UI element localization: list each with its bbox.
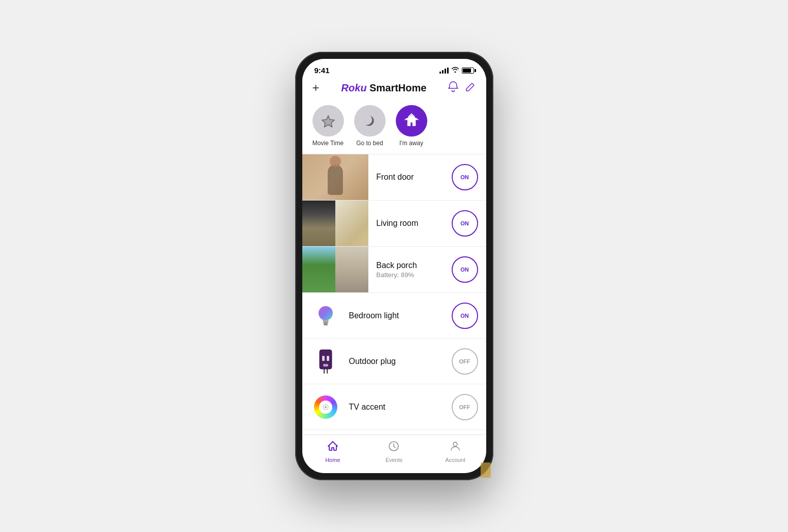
svg-rect-6 xyxy=(322,356,325,361)
device-row-back-porch[interactable]: Back porch Battery: 89% ON xyxy=(302,247,486,293)
device-row-tv-accent[interactable]: TV accent OFF xyxy=(302,384,486,430)
bottom-nav: Home Events Account xyxy=(302,435,486,473)
tv-inner-icon xyxy=(322,404,329,411)
outdoor-plug-toggle[interactable]: OFF xyxy=(452,348,478,375)
nav-action-icons xyxy=(448,81,476,95)
scene-away-circle xyxy=(396,105,427,137)
scene-away-label: I'm away xyxy=(399,140,423,147)
nav-home[interactable]: Home xyxy=(318,440,348,463)
top-nav: + Roku SmartHome xyxy=(302,77,486,100)
tv-accent-info: TV accent xyxy=(341,403,452,412)
front-door-info: Front door xyxy=(368,173,452,182)
living-room-toggle[interactable]: ON xyxy=(452,210,478,237)
events-nav-label: Events xyxy=(386,457,403,463)
nav-account[interactable]: Account xyxy=(440,440,470,463)
svg-point-10 xyxy=(325,406,327,408)
front-door-toggle[interactable]: ON xyxy=(452,164,478,190)
back-porch-battery: Battery: 89% xyxy=(376,271,447,279)
phone-screen: 9:41 xyxy=(302,59,486,473)
scene-bed-label: Go to bed xyxy=(356,140,383,147)
account-nav-icon xyxy=(449,440,461,455)
status-time: 9:41 xyxy=(314,66,330,75)
tv-accent-icon-wrap xyxy=(310,395,341,419)
svg-rect-2 xyxy=(323,320,329,322)
outdoor-plug-icon-wrap xyxy=(310,349,341,374)
back-porch-name: Back porch xyxy=(376,261,447,270)
bedroom-light-info: Bedroom light xyxy=(341,311,452,320)
svg-marker-0 xyxy=(322,116,334,127)
front-door-camera xyxy=(302,154,368,200)
home-nav-icon xyxy=(327,440,339,455)
tv-accent-name: TV accent xyxy=(349,403,447,412)
scene-bed-circle xyxy=(354,105,386,137)
bedroom-light-icon-wrap xyxy=(310,302,341,329)
device-row-living-room[interactable]: Living room ON xyxy=(302,201,486,247)
svg-rect-7 xyxy=(327,356,329,361)
app-title: Roku SmartHome xyxy=(341,82,427,94)
bedroom-light-toggle[interactable]: ON xyxy=(452,303,478,329)
back-porch-info: Back porch Battery: 89% xyxy=(368,261,452,279)
phone-frame: 9:41 xyxy=(295,52,493,480)
status-icons xyxy=(439,66,474,74)
back-porch-toggle[interactable]: ON xyxy=(452,256,478,283)
scene-movie-circle xyxy=(312,105,344,137)
roku-title: Roku xyxy=(341,82,367,93)
back-porch-camera xyxy=(302,247,368,292)
events-nav-icon xyxy=(388,440,400,455)
smarthome-title: SmartHome xyxy=(367,82,427,93)
svg-point-12 xyxy=(453,442,457,446)
scenes-row: Movie Time Go to bed xyxy=(302,100,486,154)
svg-rect-4 xyxy=(324,324,328,325)
status-bar: 9:41 xyxy=(302,59,486,77)
device-list: Front door ON Living room ON xyxy=(302,154,486,435)
svg-rect-3 xyxy=(323,322,328,324)
account-nav-label: Account xyxy=(445,457,465,463)
bulb-icon xyxy=(314,302,337,329)
scene-movie-label: Movie Time xyxy=(312,140,343,147)
device-row-front-door[interactable]: Front door ON xyxy=(302,154,486,201)
plug-icon xyxy=(316,349,335,374)
device-row-bedroom-light[interactable]: Bedroom light ON xyxy=(302,293,486,339)
scene-go-to-bed[interactable]: Go to bed xyxy=(354,105,386,147)
front-door-name: Front door xyxy=(376,173,447,182)
outdoor-plug-info: Outdoor plug xyxy=(341,357,452,366)
living-room-info: Living room xyxy=(368,219,452,228)
tv-accent-toggle[interactable]: OFF xyxy=(452,394,478,420)
outdoor-plug-name: Outdoor plug xyxy=(349,357,447,366)
nav-events[interactable]: Events xyxy=(379,440,409,463)
living-room-name: Living room xyxy=(376,219,447,228)
signal-icon xyxy=(439,68,449,74)
bedroom-light-name: Bedroom light xyxy=(349,311,447,320)
scene-movie-time[interactable]: Movie Time xyxy=(312,105,344,147)
battery-icon xyxy=(462,68,474,74)
edit-icon[interactable] xyxy=(465,82,476,94)
home-nav-label: Home xyxy=(325,457,340,463)
tv-circle-icon xyxy=(314,395,337,419)
wifi-icon xyxy=(451,66,459,74)
add-button[interactable]: + xyxy=(312,81,320,95)
device-row-outdoor-plug[interactable]: Outdoor plug OFF xyxy=(302,339,486,384)
living-room-camera xyxy=(302,201,368,246)
bell-icon[interactable] xyxy=(448,81,458,95)
svg-point-1 xyxy=(319,306,333,320)
scene-im-away[interactable]: I'm away xyxy=(396,105,427,147)
svg-rect-8 xyxy=(323,364,328,367)
